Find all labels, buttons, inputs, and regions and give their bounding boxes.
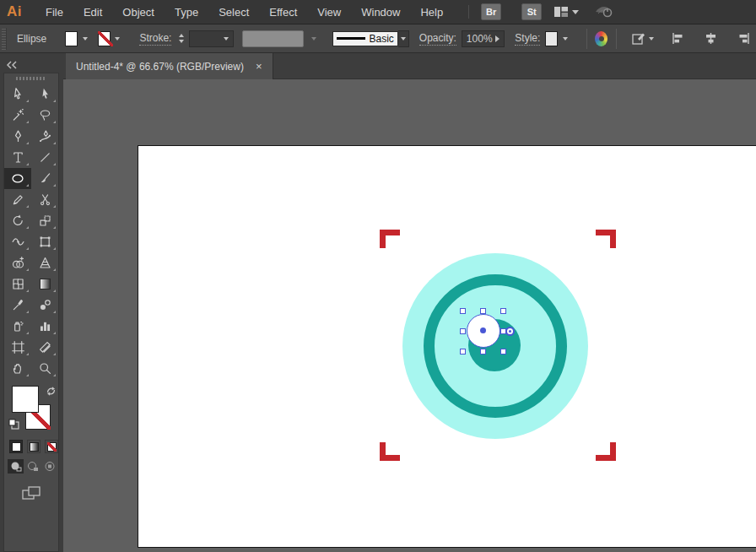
panel-drag-grip[interactable] bbox=[16, 77, 46, 80]
menu-window[interactable]: Window bbox=[351, 6, 410, 19]
crop-mark-bottom-left[interactable] bbox=[380, 442, 400, 461]
stepper-up-icon bbox=[179, 34, 184, 37]
scissors-tool[interactable] bbox=[31, 189, 58, 210]
bridge-button[interactable]: Br bbox=[481, 3, 501, 20]
menu-select[interactable]: Select bbox=[208, 6, 259, 19]
mesh-tool[interactable] bbox=[4, 273, 31, 295]
stroke-color-swatch[interactable] bbox=[98, 31, 111, 46]
draw-behind-button[interactable] bbox=[24, 459, 40, 474]
document-tab[interactable]: Untitled-4* @ 66.67% (RGB/Preview) × bbox=[66, 53, 273, 79]
divider bbox=[586, 29, 587, 49]
default-fill-stroke-icon[interactable] bbox=[8, 418, 19, 433]
width-tool[interactable] bbox=[4, 231, 31, 252]
menu-file[interactable]: File bbox=[35, 6, 73, 19]
crop-mark-bottom-right[interactable] bbox=[596, 442, 616, 461]
eyedropper-tool[interactable] bbox=[4, 295, 31, 316]
gradient-tool[interactable] bbox=[31, 273, 58, 295]
fill-color-dropdown[interactable] bbox=[79, 31, 90, 46]
shape-properties-button[interactable] bbox=[625, 29, 659, 49]
pencil-tool[interactable] bbox=[4, 189, 31, 210]
crop-mark-top-left[interactable] bbox=[380, 230, 400, 248]
divider bbox=[616, 29, 617, 49]
gpu-performance-icon[interactable] bbox=[594, 3, 614, 21]
gradient-button[interactable] bbox=[27, 440, 40, 453]
none-button[interactable] bbox=[45, 440, 58, 453]
scale-tool-icon bbox=[38, 214, 52, 228]
selection-handle-middle-left[interactable] bbox=[460, 328, 466, 334]
illustrator-logo: Ai bbox=[7, 3, 22, 20]
ellipse-tool[interactable] bbox=[4, 168, 31, 189]
menu-type[interactable]: Type bbox=[165, 6, 208, 19]
selection-handle-top-right[interactable] bbox=[500, 308, 506, 314]
shape-builder-tool-icon bbox=[11, 256, 25, 270]
slice-tool[interactable] bbox=[31, 337, 58, 358]
line-segment-tool[interactable] bbox=[31, 147, 58, 168]
swap-fill-stroke-icon[interactable] bbox=[46, 385, 57, 400]
menu-effect[interactable]: Effect bbox=[259, 6, 307, 19]
selection-handle-bottom-left[interactable] bbox=[460, 349, 466, 354]
blend-tool[interactable] bbox=[31, 295, 58, 316]
pen-tool[interactable] bbox=[4, 126, 31, 147]
collapse-panel-button[interactable] bbox=[6, 57, 18, 73]
curvature-tool[interactable] bbox=[31, 126, 58, 147]
column-graph-tool[interactable] bbox=[31, 316, 58, 337]
perspective-grid-tool[interactable] bbox=[31, 252, 58, 273]
selection-tool[interactable] bbox=[4, 84, 31, 105]
paintbrush-tool[interactable] bbox=[31, 168, 58, 189]
scale-tool[interactable] bbox=[31, 210, 58, 231]
fill-color-swatch[interactable] bbox=[65, 31, 78, 46]
direct-selection-tool[interactable] bbox=[31, 84, 58, 105]
selection-handle-bottom-right[interactable] bbox=[500, 349, 506, 354]
align-right-button[interactable] bbox=[732, 29, 756, 49]
recolor-artwork-icon[interactable] bbox=[595, 31, 608, 46]
selection-handle-bottom-middle[interactable] bbox=[480, 349, 486, 354]
panel-grip[interactable] bbox=[2, 28, 7, 50]
active-tool-label: Ellipse bbox=[17, 33, 46, 45]
draw-normal-button[interactable] bbox=[8, 459, 24, 474]
lasso-tool[interactable] bbox=[31, 105, 58, 126]
style-label[interactable]: Style: bbox=[515, 32, 540, 46]
brush-definition-combo[interactable]: Basic bbox=[332, 31, 398, 46]
selection-center-anchor[interactable] bbox=[480, 327, 486, 333]
menu-help[interactable]: Help bbox=[410, 6, 453, 19]
rotate-tool[interactable] bbox=[4, 210, 31, 231]
workspace-icon bbox=[554, 5, 569, 19]
opacity-label[interactable]: Opacity: bbox=[419, 32, 456, 46]
align-center-button[interactable] bbox=[699, 29, 723, 49]
shape-builder-tool[interactable] bbox=[4, 252, 31, 273]
graphic-style-swatch[interactable] bbox=[545, 31, 558, 46]
menu-edit[interactable]: Edit bbox=[73, 6, 112, 19]
stroke-weight-combo[interactable] bbox=[189, 30, 234, 47]
workspace-switcher-button[interactable] bbox=[554, 5, 579, 19]
menu-view[interactable]: View bbox=[307, 6, 351, 19]
stroke-color-dropdown[interactable] bbox=[112, 31, 123, 46]
symbol-sprayer-tool[interactable] bbox=[4, 316, 31, 337]
stroke-weight-stepper[interactable] bbox=[176, 34, 186, 43]
hand-tool-icon bbox=[11, 361, 25, 376]
opacity-field[interactable]: 100% bbox=[462, 30, 505, 47]
hand-tool[interactable] bbox=[4, 358, 31, 379]
selection-handle-top-left[interactable] bbox=[460, 308, 466, 314]
menu-object[interactable]: Object bbox=[112, 6, 165, 19]
stroke-weight-label[interactable]: Stroke: bbox=[139, 32, 171, 46]
live-shape-widget[interactable] bbox=[505, 327, 515, 336]
draw-inside-button[interactable] bbox=[41, 459, 57, 474]
align-left-button[interactable] bbox=[666, 29, 690, 49]
tab-close-button[interactable]: × bbox=[256, 61, 262, 72]
selection-handle-top-middle[interactable] bbox=[480, 308, 486, 314]
artboard-tool[interactable] bbox=[4, 337, 31, 358]
brush-definition-dropdown[interactable] bbox=[398, 30, 409, 47]
change-screen-mode-button[interactable] bbox=[20, 485, 42, 502]
free-transform-tool[interactable] bbox=[31, 231, 58, 252]
graphic-style-dropdown[interactable] bbox=[559, 31, 570, 46]
type-tool[interactable] bbox=[4, 147, 31, 168]
zoom-tool[interactable] bbox=[31, 358, 58, 379]
chevron-down-icon bbox=[649, 37, 654, 41]
fill-swatch[interactable] bbox=[12, 386, 39, 413]
color-button[interactable] bbox=[9, 440, 23, 453]
magic-wand-tool[interactable] bbox=[4, 105, 31, 126]
mesh-tool-icon bbox=[11, 277, 25, 291]
color-icon bbox=[12, 442, 21, 452]
stock-button[interactable]: St bbox=[521, 3, 542, 20]
crop-mark-top-right[interactable] bbox=[596, 230, 616, 248]
